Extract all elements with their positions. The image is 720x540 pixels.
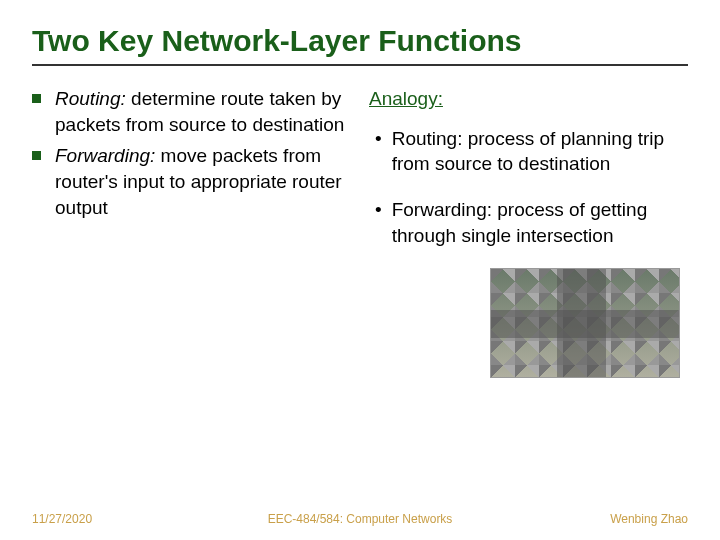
- slide-body: Routing: determine route taken by packet…: [32, 86, 688, 378]
- slide: Two Key Network-Layer Functions Routing:…: [0, 0, 720, 540]
- list-item: Forwarding: move packets from router's i…: [32, 143, 351, 220]
- slide-title: Two Key Network-Layer Functions: [32, 24, 688, 66]
- list-item-text: Routing: determine route taken by packet…: [55, 86, 351, 137]
- left-column: Routing: determine route taken by packet…: [32, 86, 351, 378]
- term-forwarding: Forwarding:: [55, 145, 155, 166]
- list-item: Routing: determine route taken by packet…: [32, 86, 351, 137]
- dot-bullet-icon: •: [375, 126, 382, 152]
- intersection-image: [490, 268, 680, 378]
- term-routing: Routing:: [55, 88, 126, 109]
- square-bullet-icon: [32, 151, 41, 160]
- footer-course: EEC-484/584: Computer Networks: [268, 512, 453, 526]
- right-column: Analogy: • Routing: process of planning …: [369, 86, 688, 378]
- analogy-routing-text: Routing: process of planning trip from s…: [392, 126, 688, 177]
- list-item: • Routing: process of planning trip from…: [369, 126, 688, 177]
- square-bullet-icon: [32, 94, 41, 103]
- analogy-heading: Analogy:: [369, 86, 688, 112]
- dot-bullet-icon: •: [375, 197, 382, 223]
- list-item-text: Forwarding: move packets from router's i…: [55, 143, 351, 220]
- footer-author: Wenbing Zhao: [610, 512, 688, 526]
- slide-footer: 11/27/2020 EEC-484/584: Computer Network…: [32, 512, 688, 526]
- analogy-forwarding-text: Forwarding: process of getting through s…: [392, 197, 688, 248]
- footer-date: 11/27/2020: [32, 512, 92, 526]
- list-item: • Forwarding: process of getting through…: [369, 197, 688, 248]
